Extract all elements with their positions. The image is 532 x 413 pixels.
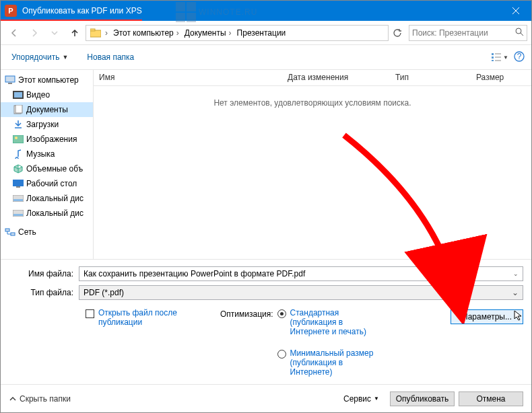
svg-rect-19: [15, 105, 22, 113]
up-button[interactable]: [65, 24, 84, 42]
radio-standard[interactable]: [277, 309, 286, 318]
documents-icon: [13, 104, 24, 115]
tree-3d-objects[interactable]: Объемные объ: [1, 161, 93, 176]
svg-rect-14: [5, 76, 15, 82]
tree-videos[interactable]: Видео: [1, 87, 93, 102]
cancel-button[interactable]: Отмена: [459, 391, 523, 406]
back-button[interactable]: [5, 24, 24, 42]
chevron-down-icon: ▼: [62, 54, 68, 61]
breadcrumb-this-pc[interactable]: Этот компьютер: [109, 26, 175, 40]
svg-rect-15: [8, 83, 12, 84]
search-placeholder: Поиск: Презентации: [412, 28, 515, 38]
breadcrumb-documents[interactable]: Документы: [180, 26, 228, 40]
chevron-right-icon: ›: [175, 28, 180, 38]
svg-rect-21: [13, 135, 24, 143]
svg-rect-29: [5, 229, 9, 231]
filetype-combo[interactable]: PDF (*.pdf) ⌄: [79, 285, 523, 300]
tree-local-disk-2[interactable]: Локальный дис: [1, 206, 93, 221]
search-icon: [515, 28, 524, 38]
optimize-label: Оптимизация:: [220, 308, 273, 319]
refresh-button[interactable]: [390, 24, 405, 42]
column-date[interactable]: Дата изменения: [282, 70, 390, 85]
list-view-icon: [491, 52, 502, 62]
column-name[interactable]: Имя: [94, 70, 282, 85]
images-icon: [13, 134, 24, 145]
chevron-right-icon: ›: [228, 28, 233, 38]
svg-rect-30: [11, 233, 15, 235]
empty-folder-message: Нет элементов, удовлетворяющих условиям …: [94, 86, 531, 120]
tree-this-pc[interactable]: Этот компьютер: [1, 73, 93, 87]
chevron-down-icon: ▼: [374, 396, 379, 402]
open-after-checkbox[interactable]: [86, 309, 94, 318]
close-icon: [512, 7, 519, 14]
chevron-down-icon: ▼: [503, 54, 508, 61]
svg-rect-17: [14, 92, 22, 98]
recent-locations-button[interactable]: [45, 24, 64, 42]
disk-icon: [13, 193, 24, 204]
breadcrumb-presentations[interactable]: Презентации: [233, 26, 288, 40]
radio-standard-label: Стандартная (публикация в Интернете и пе…: [290, 308, 378, 336]
disk-icon: [13, 208, 24, 219]
open-after-label: Открыть файл после публикации: [98, 308, 200, 327]
tree-documents[interactable]: Документы: [1, 102, 93, 117]
svg-rect-24: [16, 186, 20, 188]
column-size[interactable]: Размер: [471, 70, 531, 85]
svg-point-4: [516, 28, 521, 34]
navigation-tree: Этот компьютер Видео Документы Загрузки …: [1, 70, 94, 259]
music-icon: [13, 149, 24, 159]
download-icon: [13, 119, 24, 130]
cube-icon: [13, 163, 24, 174]
help-icon: ?: [514, 51, 525, 62]
forward-button[interactable]: [25, 24, 44, 42]
parameters-button[interactable]: Параметры...: [451, 309, 523, 324]
close-button[interactable]: [500, 1, 531, 21]
tree-network[interactable]: Сеть: [1, 225, 93, 239]
desktop-icon: [13, 178, 24, 189]
tools-button[interactable]: Сервис ▼: [343, 394, 379, 404]
filetype-label: Тип файла:: [9, 288, 79, 297]
svg-line-5: [521, 33, 523, 36]
chevron-down-icon: ⌄: [512, 288, 519, 297]
tree-downloads[interactable]: Загрузки: [1, 117, 93, 132]
folder-icon: [89, 26, 102, 40]
tree-local-disk-1[interactable]: Локальный дис: [1, 191, 93, 206]
svg-rect-3: [90, 29, 95, 31]
svg-text:?: ?: [517, 52, 522, 61]
svg-rect-28: [13, 214, 23, 216]
column-type[interactable]: Тип: [390, 70, 471, 85]
svg-point-22: [15, 137, 18, 139]
powerpoint-app-icon: P: [5, 5, 17, 17]
window-title: Опубликовать как PDF или XPS: [22, 6, 500, 15]
tree-music[interactable]: Музыка: [1, 147, 93, 161]
new-folder-button[interactable]: Новая папка: [83, 50, 138, 65]
address-bar[interactable]: › Этот компьютер › Документы › Презентац…: [86, 25, 389, 41]
video-icon: [13, 89, 24, 100]
radio-minimal[interactable]: [277, 350, 286, 359]
chevron-down-icon[interactable]: ⌄: [513, 270, 519, 277]
publish-button[interactable]: Опубликовать: [390, 391, 455, 406]
svg-rect-7: [492, 57, 494, 59]
tree-images[interactable]: Изображения: [1, 132, 93, 147]
chevron-right-icon: ›: [104, 28, 109, 38]
svg-rect-6: [492, 53, 494, 55]
search-input[interactable]: Поиск: Презентации: [409, 25, 527, 41]
filename-label: Имя файла:: [9, 269, 79, 278]
svg-rect-26: [13, 199, 23, 201]
help-button[interactable]: ?: [514, 51, 525, 64]
network-icon: [5, 227, 15, 237]
hide-folders-button[interactable]: Скрыть папки: [9, 394, 71, 404]
svg-rect-23: [13, 180, 24, 186]
organize-button[interactable]: Упорядочить ▼: [7, 50, 72, 65]
view-options-button[interactable]: ▼: [491, 52, 508, 62]
svg-rect-8: [492, 60, 494, 61]
computer-icon: [5, 75, 15, 85]
filename-input[interactable]: Как сохранить презентацию PowerPoint в ф…: [79, 266, 523, 281]
chevron-up-icon: [9, 395, 17, 403]
radio-minimal-label: Минимальный размер (публикация в Интерне…: [290, 348, 385, 377]
tree-desktop[interactable]: Рабочий стол: [1, 176, 93, 191]
